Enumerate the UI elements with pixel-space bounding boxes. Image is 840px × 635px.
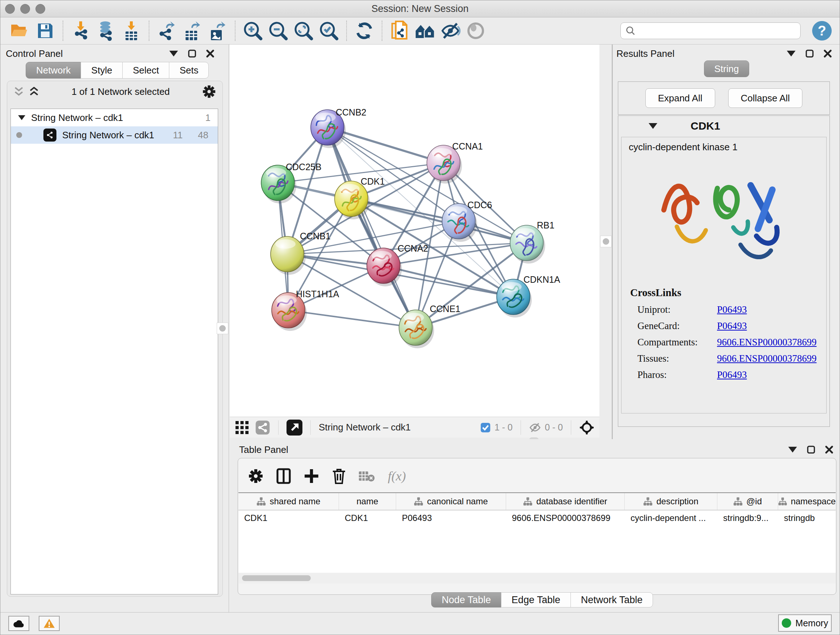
warnings-button[interactable] bbox=[39, 616, 60, 631]
float-panel-icon[interactable] bbox=[807, 446, 815, 454]
cloud-status-button[interactable] bbox=[8, 616, 29, 631]
zoom-in-button[interactable] bbox=[241, 19, 264, 42]
table-row[interactable]: CDK1CDK1P064939606.ENSP00000378699cyclin… bbox=[238, 510, 836, 526]
string-network-badge-icon bbox=[43, 128, 57, 141]
share-view-icon[interactable] bbox=[255, 420, 270, 435]
panel-menu-icon[interactable] bbox=[788, 447, 797, 453]
column-header-shared-name[interactable]: shared name bbox=[238, 493, 339, 510]
tab-string[interactable]: String bbox=[704, 60, 750, 77]
zoom-selected-button[interactable] bbox=[317, 19, 340, 42]
birdseye-view-button[interactable] bbox=[286, 420, 302, 435]
delete-table-icon[interactable] bbox=[359, 470, 375, 482]
show-all-button[interactable] bbox=[414, 19, 437, 42]
network-collection-row[interactable]: String Network – cdk1 1 bbox=[11, 109, 218, 126]
node-CDK1[interactable] bbox=[335, 181, 370, 219]
crosslink-link[interactable]: P06493 bbox=[717, 320, 747, 332]
network-canvas[interactable]: CCNB2CCNA1CDC25BCDK1CDC6RB1CCNB1CCNA2CDK… bbox=[230, 44, 600, 417]
crosshair-icon[interactable] bbox=[579, 420, 594, 435]
warning-icon bbox=[43, 618, 55, 629]
grid-view-icon[interactable] bbox=[235, 420, 249, 435]
collapse-triangle-icon[interactable] bbox=[18, 115, 25, 120]
open-session-button[interactable] bbox=[8, 19, 32, 42]
edge-HIST1H1A-CCNE1[interactable] bbox=[288, 310, 416, 328]
float-panel-icon[interactable] bbox=[806, 50, 813, 57]
panel-menu-icon[interactable] bbox=[787, 51, 796, 57]
close-panel-icon[interactable] bbox=[824, 50, 832, 57]
table-horizontal-scrollbar[interactable] bbox=[238, 573, 836, 584]
clone-network-button[interactable] bbox=[388, 19, 411, 42]
show-columns-icon[interactable] bbox=[276, 468, 291, 484]
close-panel-icon[interactable] bbox=[206, 50, 214, 57]
hidden-eye-icon[interactable] bbox=[529, 422, 541, 433]
node-CCNE1[interactable] bbox=[399, 310, 434, 348]
selected-checkbox-icon[interactable] bbox=[480, 422, 491, 433]
column-header-database-identifier[interactable]: database identifier bbox=[506, 493, 625, 510]
export-network-button[interactable] bbox=[155, 19, 178, 42]
table-cell: CDK1 bbox=[339, 510, 396, 526]
tab-node-table[interactable]: Node Table bbox=[431, 592, 501, 608]
import-network-from-file-button[interactable] bbox=[69, 19, 92, 42]
houses-icon bbox=[414, 22, 436, 40]
preview-button[interactable] bbox=[464, 19, 487, 42]
titlebar: Session: New Session bbox=[0, 0, 840, 17]
tab-edge-table[interactable]: Edge Table bbox=[501, 592, 571, 608]
help-button[interactable]: ? bbox=[812, 21, 832, 41]
expand-all-chevron-icon[interactable] bbox=[14, 87, 24, 96]
edge-CCNB2-CCNE1[interactable] bbox=[327, 127, 416, 328]
tab-style[interactable]: Style bbox=[81, 62, 123, 79]
table-cell: P06493 bbox=[396, 510, 506, 526]
expand-all-button[interactable]: Expand All bbox=[645, 88, 715, 108]
search-input[interactable] bbox=[636, 25, 800, 36]
tab-network-table[interactable]: Network Table bbox=[570, 592, 653, 608]
import-table-from-file-button[interactable] bbox=[120, 19, 143, 42]
toolbar-separator bbox=[346, 21, 347, 41]
function-builder-button[interactable]: f(x) bbox=[388, 469, 406, 484]
gear-icon[interactable] bbox=[202, 85, 216, 98]
table-settings-gear-icon[interactable] bbox=[248, 469, 264, 484]
crosslink-link[interactable]: P06493 bbox=[717, 369, 747, 380]
crosslink-link[interactable]: 9606.ENSP00000378699 bbox=[717, 337, 816, 348]
collapse-all-button[interactable]: Collapse All bbox=[728, 88, 803, 108]
create-column-plus-icon[interactable] bbox=[304, 469, 319, 484]
column-header-@id[interactable]: @id bbox=[717, 493, 778, 510]
delete-column-trash-icon[interactable] bbox=[332, 468, 346, 484]
node-RB1[interactable] bbox=[510, 225, 545, 264]
toolbar-separator bbox=[149, 21, 149, 41]
crosslink-link[interactable]: 9606.ENSP00000378699 bbox=[717, 353, 816, 364]
import-network-from-database-button[interactable] bbox=[95, 19, 118, 42]
tab-sets[interactable]: Sets bbox=[169, 62, 209, 79]
collapse-all-chevron-icon[interactable] bbox=[29, 87, 39, 96]
column-header-canonical-name[interactable]: canonical name bbox=[396, 493, 506, 510]
refresh-view-button[interactable] bbox=[353, 19, 376, 42]
crosslinks-list: Uniprot:P06493GeneCard:P06493Compartment… bbox=[622, 302, 826, 383]
save-icon bbox=[36, 22, 54, 40]
left-splitter-handle[interactable] bbox=[217, 323, 228, 334]
collapse-entry-triangle-icon[interactable] bbox=[649, 123, 657, 129]
export-table-button[interactable] bbox=[180, 19, 204, 42]
zoom-out-button[interactable] bbox=[267, 19, 290, 42]
memory-button[interactable]: Memory bbox=[778, 614, 832, 632]
tab-network[interactable]: Network bbox=[26, 62, 81, 79]
zoom-fit-button[interactable] bbox=[292, 19, 315, 42]
close-panel-icon[interactable] bbox=[825, 446, 833, 454]
node-CDKN1A[interactable] bbox=[497, 279, 532, 318]
toolbar-separator bbox=[63, 21, 63, 41]
right-splitter-handle[interactable] bbox=[600, 236, 612, 247]
crosslink-row: Uniprot:P06493 bbox=[622, 302, 826, 318]
network-row-selected[interactable]: String Network – cdk1 11 48 bbox=[11, 126, 218, 144]
table-cell: CDK1 bbox=[238, 510, 339, 526]
crosslink-link[interactable]: P06493 bbox=[717, 304, 747, 315]
network-manager: 1 of 1 Network selected String Network –… bbox=[7, 81, 223, 597]
tab-select[interactable]: Select bbox=[122, 62, 169, 79]
column-header-description[interactable]: description bbox=[625, 493, 717, 510]
save-session-button[interactable] bbox=[34, 19, 57, 42]
column-header-namespace[interactable]: namespace bbox=[778, 493, 836, 510]
scrollbar-thumb[interactable] bbox=[242, 575, 311, 581]
panel-menu-icon[interactable] bbox=[169, 51, 178, 57]
float-panel-icon[interactable] bbox=[188, 50, 196, 57]
node-CCNA2[interactable] bbox=[367, 248, 402, 287]
column-header-name[interactable]: name bbox=[339, 493, 396, 510]
hide-selected-button[interactable] bbox=[439, 19, 462, 42]
export-image-button[interactable] bbox=[206, 19, 229, 42]
open-folder-icon bbox=[10, 22, 30, 39]
